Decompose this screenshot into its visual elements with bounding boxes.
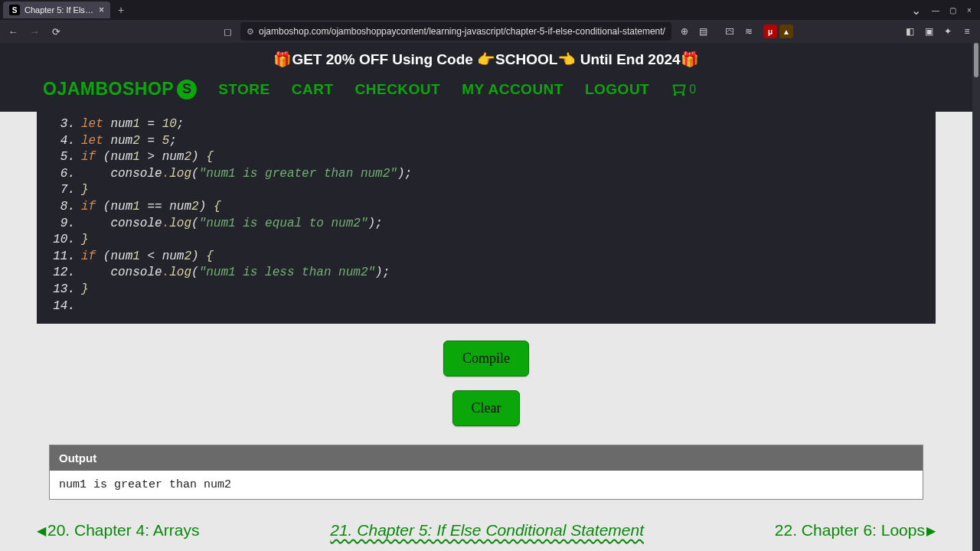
code-line: 5.if (num1 > num2) { — [49, 149, 923, 166]
code-line: 11.if (num1 < num2) { — [49, 249, 923, 266]
line-number: 9. — [49, 216, 75, 233]
pager-prev[interactable]: ◀20. Chapter 4: Arrays — [37, 521, 199, 540]
code-content: console.log("num1 is greater than num2")… — [81, 166, 412, 183]
site-info-icon[interactable]: ⚙ — [247, 27, 254, 37]
reload-button[interactable]: ⟳ — [47, 23, 64, 40]
line-number: 4. — [49, 133, 75, 150]
hamburger-menu-icon[interactable]: ≡ — [959, 23, 975, 40]
cart-widget[interactable]: 0 — [671, 81, 696, 98]
line-number: 3. — [49, 116, 75, 133]
code-content: } — [81, 232, 89, 249]
promo-banner: 🎁GET 20% OFF Using Code 👉SCHOOL👈 Until E… — [0, 43, 972, 73]
sparkle-icon[interactable]: ✦ — [939, 23, 956, 40]
code-content: let num2 = 5; — [81, 133, 177, 150]
new-tab-button[interactable]: + — [115, 4, 127, 16]
code-line: 6. console.log("num1 is greater than num… — [49, 166, 923, 183]
code-content: if (num1 == num2) { — [81, 199, 220, 216]
line-number: 11. — [49, 249, 75, 266]
browser-tab[interactable]: S Chapter 5: If Else Conditio × — [3, 2, 110, 18]
code-line: 10.} — [49, 232, 923, 249]
code-content: console.log("num1 is less than num2"); — [81, 265, 390, 282]
line-number: 8. — [49, 199, 75, 216]
line-number: 5. — [49, 149, 75, 166]
extension-icon-2[interactable]: ▲ — [779, 24, 793, 38]
extension-icon-1[interactable]: μ — [763, 24, 777, 38]
line-number: 13. — [49, 282, 75, 298]
reader-icon[interactable]: ▤ — [695, 23, 712, 40]
cart-icon — [671, 81, 688, 98]
window-maximize-button[interactable]: ▢ — [945, 2, 960, 18]
output-text: num1 is greater than num2 — [50, 471, 923, 499]
triangle-right-icon: ▶ — [926, 523, 936, 538]
tabs-dropdown-icon[interactable]: ⌄ — [908, 2, 923, 18]
window-close-button[interactable]: × — [962, 2, 977, 18]
code-content: if (num1 < num2) { — [81, 249, 214, 266]
code-content: } — [81, 282, 89, 298]
compile-button[interactable]: Compile — [443, 341, 529, 377]
nav-account[interactable]: MY ACCOUNT — [462, 81, 564, 98]
code-line: 4.let num2 = 5; — [49, 133, 923, 150]
back-button[interactable]: ← — [5, 23, 21, 40]
triangle-left-icon: ◀ — [37, 523, 46, 538]
brand-s-icon: S — [177, 80, 197, 99]
line-number: 12. — [49, 265, 75, 282]
output-label: Output — [50, 445, 923, 471]
brand-text: OJAMBOSHOP — [43, 79, 174, 99]
zoom-icon[interactable]: ⊕ — [676, 23, 693, 40]
code-editor[interactable]: 3.let num1 = 10;4.let num2 = 5;5.if (num… — [37, 112, 936, 324]
brand-logo[interactable]: OJAMBOSHOP S — [43, 79, 197, 99]
code-line: 13.} — [49, 282, 923, 298]
code-line: 8.if (num1 == num2) { — [49, 199, 923, 216]
code-line: 14. — [49, 298, 923, 315]
pager-current[interactable]: 21. Chapter 5: If Else Conditional State… — [330, 521, 644, 540]
pagination: ◀20. Chapter 4: Arrays 21. Chapter 5: If… — [0, 500, 972, 549]
nav-store[interactable]: STORE — [218, 81, 270, 98]
tab-favicon: S — [9, 5, 20, 15]
scroll-thumb[interactable] — [974, 43, 978, 77]
code-content: console.log("num1 is equal to num2"); — [81, 216, 383, 233]
line-number: 6. — [49, 166, 75, 183]
line-number: 7. — [49, 182, 75, 199]
bookmark-icon[interactable]: ◻ — [219, 23, 236, 40]
url-text: ojamboshop.com/ojamboshoppaycontent/lear… — [259, 26, 665, 37]
code-content: } — [81, 182, 89, 199]
nav-checkout[interactable]: CHECKOUT — [355, 81, 441, 98]
tab-title: Chapter 5: If Else Conditio — [24, 5, 94, 15]
code-line: 7.} — [49, 182, 923, 199]
site-nav: OJAMBOSHOP S STORE CART CHECKOUT MY ACCO… — [0, 73, 972, 112]
code-content: if (num1 > num2) { — [81, 149, 214, 166]
pager-next[interactable]: 22. Chapter 6: Loops▶ — [775, 521, 936, 540]
tab-bar: S Chapter 5: If Else Conditio × + ⌄ — ▢ … — [0, 0, 980, 20]
page-scrollbar[interactable] — [972, 43, 980, 551]
share-icon[interactable]: ⮹ — [721, 23, 738, 40]
browser-toolbar: ← → ⟳ ◻ ⚙ ojamboshop.com/ojamboshoppayco… — [0, 20, 980, 43]
code-line: 3.let num1 = 10; — [49, 116, 923, 133]
sidebar-toggle-icon[interactable]: ◧ — [901, 23, 918, 40]
line-number: 10. — [49, 232, 75, 249]
tab-close-icon[interactable]: × — [99, 5, 104, 15]
rss-icon[interactable]: ≋ — [740, 23, 757, 40]
output-panel: Output num1 is greater than num2 — [49, 445, 923, 500]
forward-button[interactable]: → — [26, 23, 43, 40]
clear-button[interactable]: Clear — [452, 390, 521, 426]
line-number: 14. — [49, 298, 75, 315]
code-content: let num1 = 10; — [81, 116, 184, 133]
panel-icon[interactable]: ▣ — [920, 23, 937, 40]
code-line: 12. console.log("num1 is less than num2"… — [49, 265, 923, 282]
code-line: 9. console.log("num1 is equal to num2"); — [49, 216, 923, 233]
cart-count: 0 — [689, 83, 696, 96]
url-bar[interactable]: ⚙ ojamboshop.com/ojamboshoppaycontent/le… — [240, 22, 671, 41]
nav-logout[interactable]: LOGOUT — [585, 81, 649, 98]
nav-cart[interactable]: CART — [292, 81, 334, 98]
window-minimize-button[interactable]: — — [928, 2, 943, 18]
